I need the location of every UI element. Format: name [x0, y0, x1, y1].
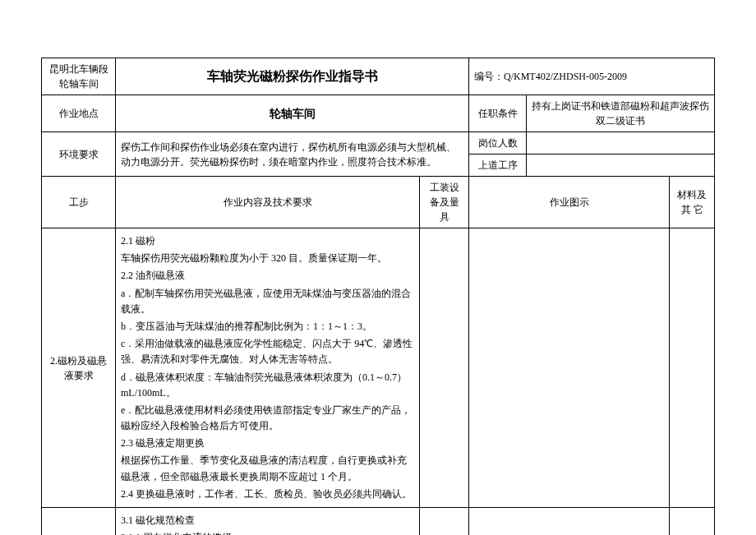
post-count-label: 岗位人数	[469, 132, 527, 155]
content-line: 3.1.1 周向磁化电流的选择	[121, 530, 414, 535]
location-value: 轮轴车间	[116, 95, 469, 132]
env-label: 环境要求	[42, 132, 116, 177]
step-label: 2.磁粉及磁悬液要求	[42, 228, 116, 508]
table-row: 3.磁化电流选择 3.1 磁化规范检查3.1.1 周向磁化电流的选择采用交～直流…	[42, 508, 715, 536]
content-line: 车轴探伤用荧光磁粉颗粒度为小于 320 目。质量保证期一年。	[121, 251, 414, 266]
content-line: 3.1 磁化规范检查	[121, 513, 414, 528]
step-content: 3.1 磁化规范检查3.1.1 周向磁化电流的选择采用交～直流全轴复合磁化法或直…	[116, 508, 420, 536]
instruction-table: 昆明北车辆段 轮轴车间 车轴荧光磁粉探伤作业指导书 编号：Q/KMT402/ZH…	[41, 58, 715, 535]
col-content: 作业内容及技术要求	[116, 177, 420, 228]
material-cell	[670, 228, 715, 508]
qualification-value: 持有上岗证书和铁道部磁粉和超声波探伤双二级证书	[527, 95, 715, 132]
content-line: 2.4 更换磁悬液时，工作者、工长、质检员、验收员必须共同确认。	[121, 487, 414, 502]
org-line2: 轮轴车间	[59, 78, 99, 90]
col-tooling: 工装设备及量具	[420, 177, 469, 228]
post-count-value	[527, 132, 715, 155]
prev-process-label: 上道工序	[469, 155, 527, 177]
env-value: 探伤工作间和探伤作业场必须在室内进行，探伤机所有电源必须与大型机械、动力电源分开…	[116, 132, 469, 177]
doc-no: Q/KMT402/ZHDSH-005-2009	[504, 71, 627, 82]
col-illustration: 作业图示	[469, 177, 670, 228]
tooling-cell	[420, 228, 469, 508]
content-line: 2.3 磁悬液定期更换	[121, 436, 414, 451]
illustration-cell	[469, 228, 670, 508]
org-cell: 昆明北车辆段 轮轴车间	[42, 58, 116, 95]
doc-title: 车轴荧光磁粉探伤作业指导书	[116, 58, 469, 95]
content-line: d．磁悬液体积浓度：车轴油剂荧光磁悬液体积浓度为（0.1～0.7）mL/100m…	[121, 370, 414, 401]
content-line: 2.2 油剂磁悬液	[121, 268, 414, 284]
table-row: 2.磁粉及磁悬液要求 2.1 磁粉车轴探伤用荧光磁粉颗粒度为小于 320 目。质…	[42, 228, 715, 508]
content-line: 2.1 磁粉	[121, 233, 414, 249]
content-line: b．变压器油与无味煤油的推荐配制比例为：1：1～1：3。	[121, 319, 414, 334]
doc-number-cell: 编号：Q/KMT402/ZHDSH-005-2009	[469, 58, 715, 95]
org-line1: 昆明北车辆段	[49, 63, 108, 75]
prev-process-value	[527, 155, 715, 177]
content-line: c．采用油做载液的磁悬液应化学性能稳定、闪点大于 94℃、渗透性强、易清洗和对零…	[121, 336, 414, 367]
content-line: a．配制车轴探伤用荧光磁悬液，应使用无味煤油与变压器油的混合载液。	[121, 286, 414, 317]
content-line: e．配比磁悬液使用材料必须使用铁道部指定专业厂家生产的产品，磁粉应经入段检验合格…	[121, 403, 414, 434]
material-cell	[670, 508, 715, 536]
step-label: 3.磁化电流选择	[42, 508, 116, 536]
step-content: 2.1 磁粉车轴探伤用荧光磁粉颗粒度为小于 320 目。质量保证期一年。2.2 …	[116, 228, 420, 508]
qualification-label: 任职条件	[469, 95, 527, 132]
content-line: 根据探伤工作量、季节变化及磁悬液的清洁程度，自行更换或补充磁悬液，但全部磁悬液最…	[121, 453, 414, 484]
col-material: 材料及其 它	[670, 177, 715, 228]
col-step: 工步	[42, 177, 116, 228]
doc-no-label: 编号：	[474, 71, 504, 82]
location-label: 作业地点	[42, 95, 116, 132]
illustration-cell	[469, 508, 670, 536]
tooling-cell	[420, 508, 469, 536]
